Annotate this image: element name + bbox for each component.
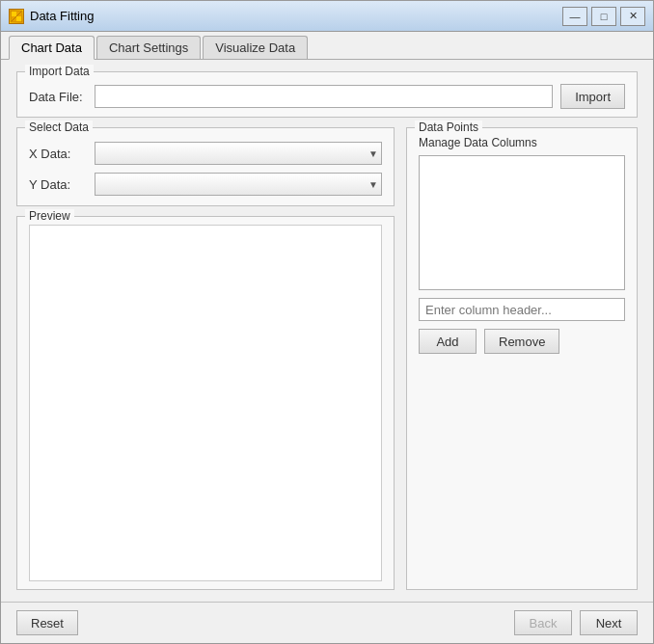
preview-section: Preview (16, 216, 395, 590)
svg-rect-1 (12, 12, 16, 16)
title-controls: — □ ✕ (562, 7, 645, 26)
next-button[interactable]: Next (580, 610, 638, 635)
import-data-label: Import Data (25, 65, 94, 78)
import-data-section: Import Data Data File: Import (16, 71, 638, 118)
reset-button[interactable]: Reset (16, 610, 78, 635)
y-data-label: Y Data: (29, 177, 87, 192)
tab-chart-data[interactable]: Chart Data (9, 36, 95, 60)
footer-right: Back Next (514, 610, 638, 635)
left-column: Select Data X Data: ▼ Y Data: (16, 127, 395, 590)
import-data-row: Data File: Import (29, 84, 625, 109)
right-column: Data Points Manage Data Columns Add Remo… (406, 127, 638, 590)
main-content: Import Data Data File: Import Select Dat… (1, 60, 653, 602)
column-header-input[interactable] (419, 298, 625, 321)
data-file-input[interactable] (95, 85, 553, 108)
app-icon (9, 9, 24, 24)
maximize-button[interactable]: □ (591, 7, 616, 26)
select-data-label: Select Data (25, 121, 93, 134)
title-bar-left: Data Fitting (9, 9, 94, 24)
x-data-dropdown[interactable] (95, 142, 382, 165)
preview-area (29, 225, 382, 581)
main-window: Data Fitting — □ ✕ Chart Data Chart Sett… (0, 0, 654, 644)
preview-label: Preview (25, 209, 74, 223)
data-points-buttons: Add Remove (419, 329, 625, 354)
y-data-dropdown[interactable] (95, 173, 382, 196)
tab-chart-settings[interactable]: Chart Settings (96, 36, 201, 59)
two-column-layout: Select Data X Data: ▼ Y Data: (16, 127, 638, 590)
remove-button[interactable]: Remove (484, 329, 559, 354)
close-button[interactable]: ✕ (620, 7, 645, 26)
svg-rect-2 (16, 16, 21, 21)
x-data-row: X Data: ▼ (29, 142, 382, 165)
tab-visualize-data[interactable]: Visualize Data (203, 36, 308, 59)
tab-bar: Chart Data Chart Settings Visualize Data (1, 32, 653, 60)
footer: Reset Back Next (1, 602, 653, 643)
add-button[interactable]: Add (419, 329, 477, 354)
title-bar: Data Fitting — □ ✕ (1, 1, 653, 32)
back-button[interactable]: Back (514, 610, 572, 635)
import-button[interactable]: Import (560, 84, 625, 109)
manage-data-columns-label: Manage Data Columns (419, 136, 625, 149)
select-data-section: Select Data X Data: ▼ Y Data: (16, 127, 395, 206)
columns-list[interactable] (419, 155, 625, 290)
x-data-label: X Data: (29, 147, 87, 161)
data-points-label: Data Points (415, 121, 482, 134)
x-data-dropdown-wrapper: ▼ (95, 142, 382, 165)
data-file-label: Data File: (29, 90, 87, 104)
y-data-row: Y Data: ▼ (29, 173, 382, 196)
y-data-dropdown-wrapper: ▼ (95, 173, 382, 196)
window-title: Data Fitting (30, 9, 94, 23)
minimize-button[interactable]: — (562, 7, 587, 26)
data-points-section: Data Points Manage Data Columns Add Remo… (406, 127, 638, 590)
